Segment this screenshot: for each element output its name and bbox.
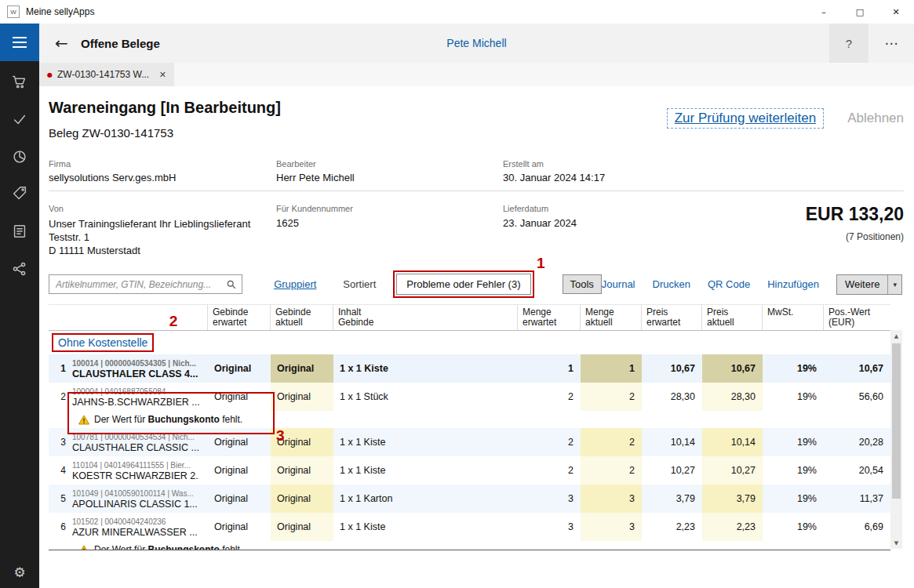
- journal-icon[interactable]: [0, 222, 39, 241]
- pos-wert-cell: 20,28: [824, 428, 890, 456]
- mwst-cell: 19%: [763, 513, 824, 541]
- inhalt-gebinde-cell: 1 x 1 Karton: [333, 485, 518, 513]
- von-line-1: Unser Trainingslieferant Ihr Lieblingsli…: [49, 217, 250, 230]
- close-button[interactable]: ✕: [878, 0, 914, 24]
- table-row[interactable]: 1 100014 | 00000040534305 | Nich... CLAU…: [49, 354, 890, 383]
- menge-erwartet-cell: 1: [518, 354, 581, 383]
- scroll-up-icon[interactable]: ▲: [890, 330, 902, 342]
- document-tab[interactable]: ● ZW-0130-141753 W... ✕: [39, 63, 174, 86]
- inhalt-gebinde-cell: 1 x 1 Kiste: [333, 428, 518, 456]
- table-row[interactable]: 4 110104 | 04014964111555 | Bier... KOES…: [49, 456, 890, 485]
- forward-for-review-button[interactable]: Zur Prüfung weiterleiten: [667, 108, 824, 129]
- mwst-cell: 19%: [763, 428, 824, 456]
- user-name[interactable]: Pete Michell: [39, 24, 914, 63]
- add-link[interactable]: Hinzufügen: [767, 278, 819, 290]
- document-number: Beleg ZW-0130-141753: [49, 126, 173, 140]
- pos-wert-cell: 56,60: [824, 383, 890, 411]
- column-header-article: [49, 305, 208, 330]
- tab-label: ZW-0130-141753 W...: [57, 69, 155, 80]
- pie-chart-icon[interactable]: [0, 147, 39, 166]
- row-number: 1: [49, 363, 72, 374]
- mwst-cell: 19%: [763, 485, 824, 513]
- column-header-menge-aktuell[interactable]: Mengeaktuell: [581, 305, 642, 330]
- column-header-gebinde-erwartet[interactable]: Gebindeerwartet: [208, 305, 271, 330]
- gebinde-aktuell-cell: Original: [271, 456, 333, 485]
- inhalt-gebinde-cell: 1 x 1 Kiste: [333, 354, 518, 383]
- hamburger-menu-icon[interactable]: [0, 24, 39, 61]
- column-header-preis-aktuell[interactable]: Preisaktuell: [702, 305, 763, 330]
- column-header-pos-wert[interactable]: Pos.-Wert(EUR): [824, 305, 890, 330]
- positions-table: Gebindeerwartet Gebindeaktuell InhaltGeb…: [49, 304, 890, 550]
- tab-close-icon[interactable]: ✕: [159, 70, 166, 80]
- menge-erwartet-cell: 3: [518, 485, 581, 513]
- toolbar: Gruppiert Sortiert Probleme oder Fehler …: [49, 274, 902, 295]
- warning-icon: [78, 415, 89, 425]
- share-icon[interactable]: [0, 260, 39, 278]
- more-dropdown[interactable]: Weitere ▾: [836, 274, 902, 295]
- journal-link[interactable]: Journal: [602, 278, 635, 290]
- preis-aktuell-cell: 10,67: [702, 354, 763, 383]
- article-code: 100014 | 00000040534305 | Nich...: [72, 359, 199, 368]
- article-name: APOLLINARIS CLASSIC 1...: [72, 499, 199, 510]
- table-row[interactable]: 3 100781 | 00000040534534 | Nich... CLAU…: [49, 428, 890, 456]
- preis-aktuell-cell: 3,79: [702, 485, 763, 513]
- help-button[interactable]: ?: [829, 24, 868, 63]
- app-icon: W: [7, 5, 20, 18]
- group-row: Ohne Kostenstelle 2: [49, 331, 890, 354]
- erstellt-am-value: 30. Januar 2024 14:17: [503, 172, 605, 183]
- gebinde-aktuell-cell: Original: [271, 485, 333, 513]
- checkmark-icon[interactable]: [0, 110, 39, 129]
- lieferdatum-label: Lieferdatum: [503, 204, 548, 213]
- qr-code-link[interactable]: QR Code: [708, 278, 750, 290]
- von-line-2: Teststr. 1: [49, 230, 250, 244]
- tools-button[interactable]: Tools: [563, 274, 602, 294]
- column-header-inhalt-gebinde[interactable]: InhaltGebinde: [333, 305, 518, 330]
- more-dropdown-label: Weitere: [837, 278, 888, 290]
- preis-aktuell-cell: 10,27: [702, 456, 763, 485]
- minimize-button[interactable]: –: [806, 0, 842, 24]
- scroll-down-icon[interactable]: ▼: [890, 537, 902, 549]
- maximize-button[interactable]: □: [842, 0, 878, 24]
- vertical-scrollbar[interactable]: ▲ ▼: [890, 330, 902, 549]
- search-input[interactable]: [54, 278, 225, 291]
- problems-filter-button[interactable]: Probleme oder Fehler (3): [396, 274, 530, 295]
- sorted-toggle[interactable]: Sortiert: [343, 278, 376, 290]
- scrollbar-thumb[interactable]: [892, 343, 901, 499]
- search-box: [49, 274, 242, 294]
- gear-icon[interactable]: ⚙: [0, 564, 39, 580]
- column-header-menge-erwartet[interactable]: Mengeerwartet: [518, 305, 581, 330]
- positions-count: (7 Positionen): [846, 231, 904, 242]
- preis-erwartet-cell: 10,27: [642, 456, 702, 485]
- mwst-cell: 19%: [763, 383, 824, 411]
- preis-erwartet-cell: 10,14: [642, 428, 702, 456]
- menge-erwartet-cell: 2: [518, 456, 581, 485]
- pos-wert-cell: 11,37: [824, 485, 890, 513]
- group-label-ohne-kostenstelle[interactable]: Ohne Kostenstelle 2: [52, 333, 154, 352]
- table-row[interactable]: 6 101502 | 00400404240236 AZUR MINERALWA…: [49, 513, 890, 550]
- window-title: Meine sellyApps: [26, 6, 94, 17]
- von-label: Von: [49, 204, 64, 213]
- column-header-mwst[interactable]: MwSt.: [763, 305, 824, 330]
- menge-aktuell-cell: 2: [581, 383, 642, 411]
- menge-erwartet-cell: 2: [518, 383, 581, 411]
- erstellt-am-label: Erstellt am: [503, 159, 544, 169]
- cart-icon[interactable]: [0, 72, 39, 91]
- firma-value: sellysolutions Serv.ges.mbH: [49, 172, 176, 183]
- unsaved-dot-icon: ●: [47, 71, 53, 78]
- inhalt-gebinde-cell: 1 x 1 Kiste: [333, 456, 518, 485]
- article-code: 100781 | 00000040534534 | Nich...: [72, 433, 199, 441]
- inhalt-gebinde-cell: 1 x 1 Stück: [333, 383, 518, 411]
- total-amount: EUR 133,20: [806, 204, 904, 225]
- column-header-preis-erwartet[interactable]: Preiserwartet: [642, 305, 702, 330]
- table-row[interactable]: 5 101049 | 04100590100114 | Was... APOLL…: [49, 485, 890, 513]
- more-options-icon[interactable]: ⋯: [875, 24, 908, 63]
- reject-button[interactable]: Ablehnen: [847, 111, 904, 126]
- table-row[interactable]: 2 100004 | 04016887055084 JAHNS-B.SCHWAR…: [49, 383, 890, 428]
- preis-erwartet-cell: 2,23: [642, 513, 702, 541]
- grouped-toggle[interactable]: Gruppiert: [274, 278, 316, 290]
- menge-erwartet-cell: 3: [518, 513, 581, 541]
- column-header-gebinde-aktuell[interactable]: Gebindeaktuell: [271, 305, 333, 330]
- tag-icon[interactable]: [0, 184, 39, 203]
- print-link[interactable]: Drucken: [653, 278, 690, 290]
- menge-aktuell-cell: 3: [581, 485, 642, 513]
